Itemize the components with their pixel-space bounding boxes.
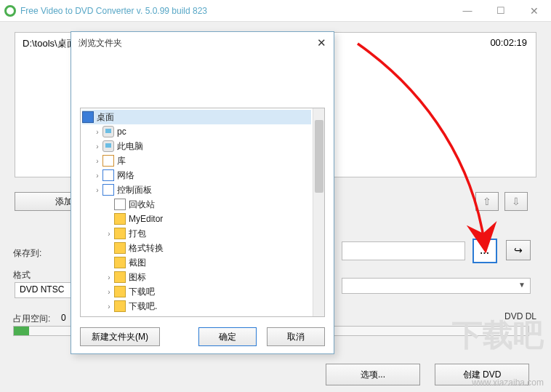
tree-label: 桌面 (97, 111, 114, 124)
tree-item[interactable]: 格式转换 (82, 241, 311, 255)
tree-item[interactable]: ›下载吧. (82, 299, 311, 313)
tree-label: 截图 (129, 257, 146, 269)
folder-tree: 桌面›pc›此电脑›库›网络›控制面板回收站MyEditor›打包格式转换截图›… (80, 108, 325, 317)
expand-icon[interactable]: › (92, 172, 102, 180)
dialog-body: 桌面›pc›此电脑›库›网络›控制面板回收站MyEditor›打包格式转换截图›… (71, 54, 334, 320)
file-duration: 00:02:19 (490, 37, 527, 48)
folder-icon (102, 184, 114, 196)
cancel-button[interactable]: 取消 (267, 327, 325, 346)
tree-item[interactable]: ›打包 (82, 226, 311, 241)
options-button[interactable]: 选项... (326, 364, 420, 385)
progress-fill (14, 327, 29, 335)
tree-item[interactable]: ›库 (82, 153, 311, 168)
tree-item[interactable]: 回收站 (82, 197, 311, 212)
expand-icon[interactable]: › (92, 143, 102, 151)
save-path-input[interactable] (342, 241, 465, 260)
expand-icon[interactable]: › (104, 230, 114, 238)
format-value: DVD NTSC (15, 282, 73, 298)
tree-root-desktop[interactable]: 桌面 (82, 110, 311, 124)
tree-label: 图标 (129, 271, 146, 284)
dialog-close-icon[interactable]: ✕ (317, 36, 326, 49)
open-folder-button[interactable]: ↪ (506, 240, 531, 260)
window-titlebar: Free Video to DVD Converter v. 5.0.99 bu… (0, 0, 551, 22)
scrollbar-thumb[interactable] (315, 120, 323, 193)
tree-label: 网络 (117, 169, 134, 182)
expand-icon[interactable]: › (92, 157, 102, 165)
tree-item[interactable]: ›pc (82, 124, 311, 139)
expand-icon[interactable]: › (104, 288, 114, 296)
create-dvd-button[interactable]: 创建 DVD (435, 364, 529, 385)
move-up-button[interactable]: ⇧ (475, 192, 499, 211)
tree-label: 格式转换 (129, 242, 164, 255)
dialog-buttons: 新建文件夹(M) 确定 取消 (71, 320, 334, 353)
tree-item[interactable]: ›下载吧 (82, 284, 311, 299)
close-button[interactable]: ✕ (518, 0, 551, 22)
space-value: 0 (61, 313, 66, 323)
expand-icon[interactable]: › (104, 273, 114, 281)
folder-icon (102, 155, 114, 167)
ok-button[interactable]: 确定 (198, 327, 257, 346)
folder-icon (114, 228, 126, 239)
tree-item[interactable]: 截图 (82, 255, 311, 270)
tree-label: 库 (117, 155, 126, 167)
tree-item[interactable]: ›此电脑 (82, 139, 311, 153)
maximize-button[interactable]: ☐ (484, 0, 518, 22)
new-folder-button[interactable]: 新建文件夹(M) (80, 327, 160, 346)
folder-tree-scroll[interactable]: 桌面›pc›此电脑›库›网络›控制面板回收站MyEditor›打包格式转换截图›… (81, 108, 313, 316)
format-select[interactable] (342, 278, 531, 294)
folder-icon (114, 242, 126, 254)
tree-label: 下载吧. (129, 300, 157, 313)
browse-button[interactable]: ... (472, 239, 497, 263)
format-label: 格式 (13, 269, 31, 281)
expand-icon[interactable]: › (104, 303, 114, 311)
tree-label: 下载吧 (129, 286, 155, 298)
tree-item[interactable]: ›图标 (82, 270, 311, 284)
save-to-label: 保存到: (13, 247, 41, 260)
tree-label: MyEditor (129, 214, 163, 224)
expand-icon[interactable]: › (92, 186, 102, 194)
minimize-button[interactable]: — (451, 0, 484, 22)
tree-scrollbar[interactable] (313, 108, 324, 316)
desktop-icon (82, 111, 94, 123)
tree-label: 控制面板 (117, 184, 152, 196)
tree-item[interactable]: ›控制面板 (82, 183, 311, 197)
folder-icon (102, 126, 114, 137)
folder-icon (114, 199, 126, 210)
folder-icon (114, 213, 126, 225)
move-down-button[interactable]: ⇩ (504, 192, 528, 211)
expand-icon[interactable]: › (92, 128, 102, 136)
browse-folder-dialog: 浏览文件夹 ✕ 桌面›pc›此电脑›库›网络›控制面板回收站MyEditor›打… (71, 31, 334, 354)
space-label: 占用空间: (13, 313, 50, 325)
tree-item[interactable]: ›网络 (82, 168, 311, 183)
folder-icon (114, 300, 126, 312)
folder-icon (114, 271, 126, 283)
folder-icon (102, 169, 114, 181)
folder-icon (114, 257, 126, 268)
tree-item[interactable]: MyEditor (82, 212, 311, 226)
dialog-title: 浏览文件夹 (79, 37, 122, 49)
tree-label: 回收站 (129, 199, 155, 211)
tree-label: 打包 (129, 228, 146, 240)
tree-label: 此电脑 (117, 140, 143, 153)
window-title: Free Video to DVD Converter v. 5.0.99 bu… (20, 6, 451, 16)
dvd-dl-label: DVD DL (504, 311, 536, 321)
folder-icon (102, 140, 114, 152)
tree-label: pc (117, 127, 126, 137)
dialog-titlebar: 浏览文件夹 ✕ (71, 32, 334, 54)
app-icon (4, 5, 16, 17)
folder-icon (114, 286, 126, 297)
